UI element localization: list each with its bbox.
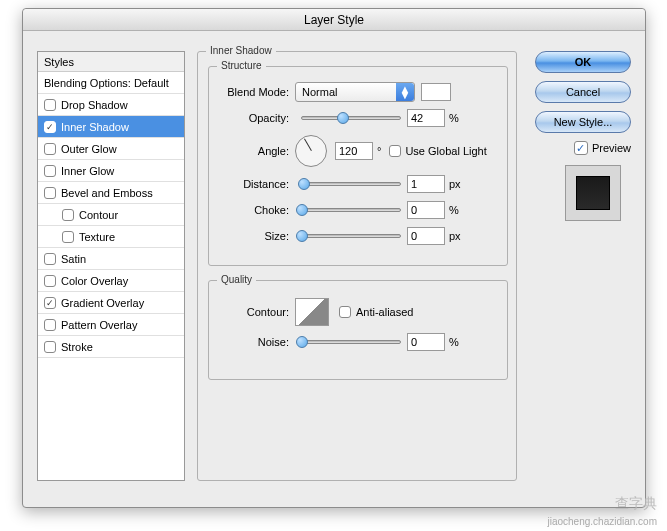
- style-checkbox[interactable]: [44, 253, 56, 265]
- style-label: Color Overlay: [61, 270, 128, 292]
- cancel-button[interactable]: Cancel: [535, 81, 631, 103]
- style-checkbox[interactable]: [44, 187, 56, 199]
- style-item-bevel-and-emboss[interactable]: Bevel and Emboss: [38, 182, 184, 204]
- style-label: Drop Shadow: [61, 94, 128, 116]
- blending-options-label: Blending Options: Default: [44, 72, 169, 94]
- style-label: Stroke: [61, 336, 93, 358]
- watermark-logo: 查字典: [615, 495, 657, 513]
- style-item-inner-shadow[interactable]: Inner Shadow: [38, 116, 184, 138]
- dialog-content: Styles Blending Options: Default Drop Sh…: [23, 31, 645, 507]
- window-title: Layer Style: [23, 9, 645, 31]
- watermark-url: jiaocheng.chazidian.com: [547, 516, 657, 527]
- button-column: OK Cancel New Style... Preview: [535, 51, 631, 221]
- style-checkbox[interactable]: [44, 121, 56, 133]
- distance-label: Distance:: [217, 178, 295, 190]
- style-item-gradient-overlay[interactable]: Gradient Overlay: [38, 292, 184, 314]
- style-checkbox[interactable]: [44, 165, 56, 177]
- opacity-label: Opacity:: [217, 112, 295, 124]
- style-checkbox[interactable]: [44, 297, 56, 309]
- style-checkbox[interactable]: [44, 275, 56, 287]
- angle-dial[interactable]: [295, 135, 327, 167]
- noise-unit: %: [449, 336, 459, 348]
- style-item-texture[interactable]: Texture: [38, 226, 184, 248]
- style-checkbox[interactable]: [44, 319, 56, 331]
- angle-unit: °: [377, 145, 381, 157]
- style-item-inner-glow[interactable]: Inner Glow: [38, 160, 184, 182]
- global-light-checkbox[interactable]: [389, 145, 401, 157]
- inner-shadow-title: Inner Shadow: [206, 45, 276, 56]
- style-item-color-overlay[interactable]: Color Overlay: [38, 270, 184, 292]
- quality-fieldset: Quality Contour: Anti-aliased Noise: 0 %: [208, 280, 508, 380]
- style-item-outer-glow[interactable]: Outer Glow: [38, 138, 184, 160]
- size-label: Size:: [217, 230, 295, 242]
- layer-style-dialog: Layer Style Styles Blending Options: Def…: [22, 8, 646, 508]
- size-unit: px: [449, 230, 461, 242]
- blend-mode-label: Blend Mode:: [217, 86, 295, 98]
- inner-shadow-panel: Inner Shadow Structure Blend Mode: Norma…: [197, 51, 517, 481]
- new-style-button[interactable]: New Style...: [535, 111, 631, 133]
- distance-slider[interactable]: [301, 182, 401, 186]
- style-checkbox[interactable]: [62, 231, 74, 243]
- size-slider[interactable]: [301, 234, 401, 238]
- distance-unit: px: [449, 178, 461, 190]
- style-label: Pattern Overlay: [61, 314, 137, 336]
- choke-label: Choke:: [217, 204, 295, 216]
- style-label: Bevel and Emboss: [61, 182, 153, 204]
- style-item-pattern-overlay[interactable]: Pattern Overlay: [38, 314, 184, 336]
- style-checkbox[interactable]: [44, 99, 56, 111]
- style-label: Satin: [61, 248, 86, 270]
- contour-picker[interactable]: [295, 298, 329, 326]
- choke-unit: %: [449, 204, 459, 216]
- distance-input[interactable]: 1: [407, 175, 445, 193]
- style-checkbox[interactable]: [44, 341, 56, 353]
- style-label: Outer Glow: [61, 138, 117, 160]
- opacity-slider[interactable]: [301, 116, 401, 120]
- shadow-color-swatch[interactable]: [421, 83, 451, 101]
- angle-input[interactable]: 120: [335, 142, 373, 160]
- global-light-label: Use Global Light: [405, 145, 486, 157]
- opacity-unit: %: [449, 112, 459, 124]
- contour-label: Contour:: [217, 306, 295, 318]
- antialias-label: Anti-aliased: [356, 306, 413, 318]
- blend-mode-select[interactable]: Normal ▲▼: [295, 82, 415, 102]
- ok-button[interactable]: OK: [535, 51, 631, 73]
- blend-mode-value: Normal: [302, 86, 337, 98]
- style-checkbox[interactable]: [62, 209, 74, 221]
- styles-panel: Styles Blending Options: Default Drop Sh…: [37, 51, 185, 481]
- choke-input[interactable]: 0: [407, 201, 445, 219]
- preview-label: Preview: [592, 142, 631, 154]
- noise-input[interactable]: 0: [407, 333, 445, 351]
- structure-title: Structure: [217, 60, 266, 71]
- quality-title: Quality: [217, 274, 256, 285]
- angle-label: Angle:: [217, 145, 295, 157]
- style-label: Texture: [79, 226, 115, 248]
- style-label: Gradient Overlay: [61, 292, 144, 314]
- chevron-updown-icon: ▲▼: [396, 83, 414, 101]
- antialias-checkbox[interactable]: [339, 306, 351, 318]
- style-label: Inner Shadow: [61, 116, 129, 138]
- style-label: Contour: [79, 204, 118, 226]
- size-input[interactable]: 0: [407, 227, 445, 245]
- style-label: Inner Glow: [61, 160, 114, 182]
- blending-options-item[interactable]: Blending Options: Default: [38, 72, 184, 94]
- preview-thumbnail: [576, 176, 610, 210]
- preview-swatch: [565, 165, 621, 221]
- opacity-input[interactable]: 42: [407, 109, 445, 127]
- structure-fieldset: Structure Blend Mode: Normal ▲▼ Opacity:: [208, 66, 508, 266]
- styles-header[interactable]: Styles: [38, 52, 184, 72]
- style-checkbox[interactable]: [44, 143, 56, 155]
- style-item-drop-shadow[interactable]: Drop Shadow: [38, 94, 184, 116]
- style-item-stroke[interactable]: Stroke: [38, 336, 184, 358]
- preview-checkbox[interactable]: [574, 141, 588, 155]
- noise-label: Noise:: [217, 336, 295, 348]
- style-item-satin[interactable]: Satin: [38, 248, 184, 270]
- style-item-contour[interactable]: Contour: [38, 204, 184, 226]
- choke-slider[interactable]: [301, 208, 401, 212]
- noise-slider[interactable]: [301, 340, 401, 344]
